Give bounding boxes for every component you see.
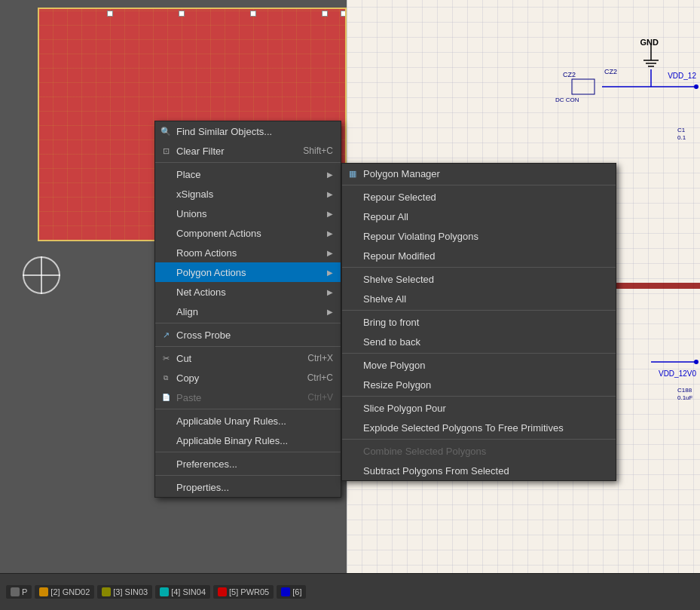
- submenu-item-explode-polygons[interactable]: Explode Selected Polygons To Free Primit…: [342, 418, 616, 437]
- submenu-item-polygon-manager[interactable]: ▦ Polygon Manager: [342, 164, 616, 183]
- menu-label: Paste: [176, 392, 201, 403]
- menu-item-copy[interactable]: ⧉ Copy Ctrl+C: [155, 368, 341, 388]
- menu-item-component-actions[interactable]: Component Actions ▶: [155, 223, 341, 243]
- submenu-item-shelve-selected[interactable]: Shelve Selected: [342, 269, 616, 289]
- paste-icon: 📄: [160, 394, 172, 401]
- menu-item-cut[interactable]: ✂ Cut Ctrl+X: [155, 348, 341, 368]
- separator: [155, 323, 341, 323]
- svg-text:CZ2: CZ2: [563, 71, 576, 78]
- arrow-icon: ▶: [327, 170, 333, 179]
- menu-item-xsignals[interactable]: xSignals ▶: [155, 184, 341, 204]
- shortcut-text: Shift+C: [303, 146, 333, 156]
- layer-color-indicator: [218, 587, 227, 596]
- menu-item-polygon-actions[interactable]: Polygon Actions ▶: [155, 262, 341, 282]
- polygon-submenu: ▦ Polygon Manager Repour Selected Repour…: [341, 163, 616, 481]
- menu-item-net-actions[interactable]: Net Actions ▶: [155, 282, 341, 302]
- menu-item-cross-probe[interactable]: ↗ Cross Probe: [155, 325, 341, 345]
- layer-3-sin03[interactable]: [3] SIN03: [97, 585, 152, 599]
- menu-item-properties[interactable]: Properties...: [155, 477, 341, 497]
- layer-label: [2] GND02: [50, 587, 90, 596]
- svg-text:C1: C1: [677, 127, 686, 133]
- layer-5-pwr05[interactable]: [5] PWR05: [213, 585, 274, 599]
- menu-item-binary-rules[interactable]: Applicable Binary Rules...: [155, 431, 341, 450]
- svg-text:0.1: 0.1: [677, 134, 686, 141]
- layer-p[interactable]: P: [6, 585, 32, 599]
- shortcut-text: Ctrl+X: [307, 353, 333, 363]
- svg-text:0.1uF: 0.1uF: [677, 394, 693, 401]
- separator: [155, 452, 341, 452]
- submenu-label: Move Polygon: [363, 360, 425, 371]
- submenu-item-shelve-all[interactable]: Shelve All: [342, 289, 616, 308]
- svg-point-13: [694, 360, 698, 364]
- svg-rect-7: [572, 79, 595, 94]
- selection-handle: [179, 11, 185, 17]
- submenu-item-combine-polygons[interactable]: Combine Selected Polygons: [342, 441, 616, 461]
- submenu-label: Resize Polygon: [363, 379, 431, 391]
- submenu-item-bring-to-front[interactable]: Bring to front: [342, 312, 616, 332]
- menu-label: Polygon Actions: [176, 267, 246, 278]
- menu-item-unary-rules[interactable]: Applicable Unary Rules...: [155, 411, 341, 431]
- layer-label: [3] SIN03: [113, 587, 148, 596]
- arrow-icon: ▶: [327, 268, 333, 277]
- menu-label: Place: [176, 169, 201, 180]
- find-icon: 🔍: [160, 127, 172, 136]
- copy-icon: ⧉: [160, 374, 172, 382]
- menu-label: Unions: [176, 208, 206, 219]
- menu-item-find-similar[interactable]: 🔍 Find Similar Objects...: [155, 121, 341, 141]
- menu-item-align[interactable]: Align ▶: [155, 302, 341, 321]
- shortcut-text: Ctrl+V: [307, 392, 333, 403]
- submenu-item-repour-violating[interactable]: Repour Violating Polygons: [342, 226, 616, 246]
- separator: [155, 409, 341, 409]
- arrow-icon: ▶: [327, 249, 333, 257]
- submenu-item-subtract-polygons[interactable]: Subtract Polygons From Selected: [342, 461, 616, 480]
- menu-item-paste[interactable]: 📄 Paste Ctrl+V: [155, 388, 341, 407]
- separator: [342, 353, 616, 354]
- layer-4-sin04[interactable]: [4] SIN04: [155, 585, 210, 599]
- submenu-label: Repour Selected: [363, 192, 436, 203]
- separator: [155, 475, 341, 476]
- submenu-label: Combine Selected Polygons: [363, 446, 486, 457]
- cut-icon: ✂: [160, 354, 172, 363]
- menu-label: Applicable Unary Rules...: [176, 415, 286, 427]
- layer-2-gnd02[interactable]: [2] GND02: [35, 585, 94, 599]
- submenu-label: Polygon Manager: [363, 168, 440, 179]
- menu-label: Cut: [176, 353, 191, 364]
- polygon-manager-icon: ▦: [347, 169, 359, 179]
- submenu-label: Repour Violating Polygons: [363, 231, 478, 242]
- layer-6[interactable]: [6]: [277, 585, 306, 599]
- menu-label: Room Actions: [176, 247, 237, 259]
- crosshair: [23, 256, 60, 294]
- menu-label: Find Similar Objects...: [176, 126, 272, 137]
- layer-label: [4] SIN04: [171, 587, 206, 596]
- submenu-item-slice-polygon[interactable]: Slice Polygon Pour: [342, 398, 616, 418]
- submenu-item-repour-all[interactable]: Repour All: [342, 207, 616, 226]
- menu-label: Net Actions: [176, 287, 226, 298]
- menu-item-clear-filter[interactable]: ⊡ Clear Filter Shift+C: [155, 141, 341, 161]
- selection-handle: [107, 11, 113, 17]
- menu-label: Component Actions: [176, 228, 261, 239]
- submenu-item-resize-polygon[interactable]: Resize Polygon: [342, 375, 616, 394]
- submenu-item-move-polygon[interactable]: Move Polygon: [342, 355, 616, 375]
- menu-label: Cross Probe: [176, 330, 231, 341]
- menu-item-unions[interactable]: Unions ▶: [155, 204, 341, 223]
- status-bar: P [2] GND02 [3] SIN03 [4] SIN04 [5] PWR0…: [0, 573, 700, 610]
- layer-label: [5] PWR05: [229, 587, 269, 596]
- layer-label: P: [22, 587, 27, 596]
- submenu-item-repour-modified[interactable]: Repour Modified: [342, 246, 616, 265]
- submenu-label: Shelve Selected: [363, 274, 434, 285]
- menu-item-room-actions[interactable]: Room Actions ▶: [155, 243, 341, 262]
- menu-label: Applicable Binary Rules...: [176, 435, 288, 446]
- arrow-icon: ▶: [327, 229, 333, 238]
- separator: [342, 439, 616, 440]
- menu-label: Align: [176, 306, 198, 317]
- menu-item-place[interactable]: Place ▶: [155, 164, 341, 184]
- separator: [155, 162, 341, 163]
- filter-icon: ⊡: [160, 146, 172, 156]
- submenu-item-send-to-back[interactable]: Send to back: [342, 332, 616, 351]
- menu-item-preferences[interactable]: Preferences...: [155, 454, 341, 474]
- submenu-item-repour-selected[interactable]: Repour Selected: [342, 187, 616, 207]
- menu-label: Copy: [176, 372, 199, 384]
- separator: [342, 310, 616, 311]
- submenu-label: Slice Polygon Pour: [363, 403, 446, 414]
- submenu-label: Explode Selected Polygons To Free Primit…: [363, 422, 564, 434]
